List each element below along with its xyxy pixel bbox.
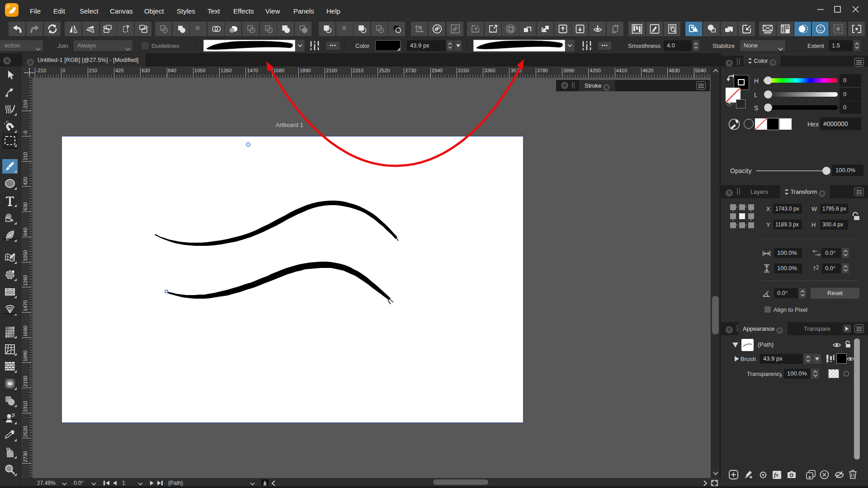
- svg-text:fx: fx: [774, 472, 778, 478]
